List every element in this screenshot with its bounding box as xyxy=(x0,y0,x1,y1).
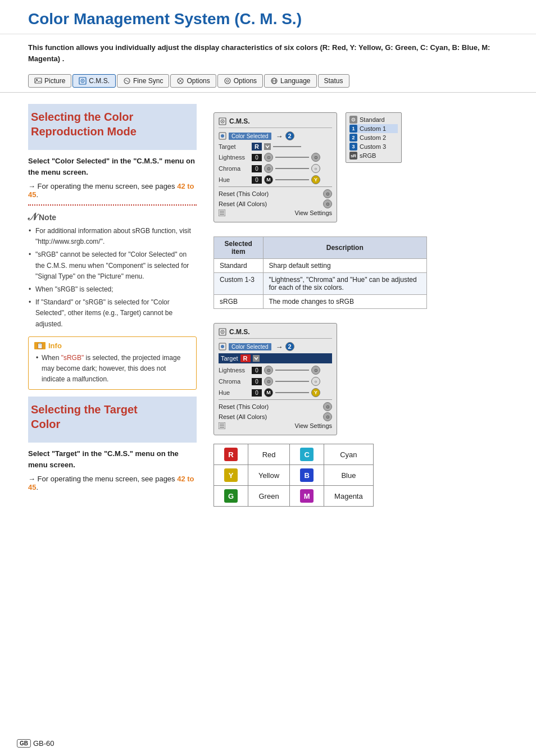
target-val-box: R xyxy=(252,143,262,151)
color-opt-srgb-label: sRGB xyxy=(360,152,376,159)
nav-label-finesync: Fine Sync xyxy=(133,77,163,85)
cms2-target-highlight-row: Target R xyxy=(219,353,332,363)
nav-label-picture: Picture xyxy=(44,77,65,85)
cms-reset-all-btn[interactable]: ⊙ xyxy=(323,199,332,208)
note-wave-icon: 𝒩 xyxy=(28,211,36,223)
cms-hue-val: 0 xyxy=(252,176,262,184)
cms-reset-this-btn[interactable]: ⊙ xyxy=(323,189,332,198)
nav-item-picture[interactable]: Picture xyxy=(28,74,71,88)
cms-chroma-circle[interactable]: ⊙ xyxy=(264,164,273,173)
desc-table: Selected item Description Standard Sharp… xyxy=(214,236,427,309)
nav-item-status[interactable]: Status xyxy=(318,74,349,88)
view-settings-icon xyxy=(219,210,225,216)
cms-chroma-val: 0 xyxy=(252,165,262,172)
cms-chroma-end-circle[interactable]: ○ xyxy=(311,164,320,173)
table-row: sRGB The mode changes to sRGB xyxy=(214,295,427,309)
cms2-circle-btn[interactable]: 2 xyxy=(285,342,294,351)
cms2-view-settings-label: View Settings xyxy=(295,422,332,429)
cms-chroma-label: Chroma xyxy=(219,165,249,172)
nav-item-options1[interactable]: Options xyxy=(170,74,216,88)
color-c-label-cell: Cyan xyxy=(324,444,374,465)
cms2-hue-circle1[interactable]: M xyxy=(264,388,273,397)
cms-lightness-row: Lightness 0 ⊙ ⊙ xyxy=(219,153,332,162)
info-title: 📋 Info xyxy=(34,341,190,350)
svg-rect-17 xyxy=(264,143,271,150)
color-g-badge-cell: G xyxy=(214,486,248,507)
nav-item-finesync[interactable]: Fine Sync xyxy=(117,74,169,88)
cms2-lightness-circle2[interactable]: ⊙ xyxy=(311,366,320,375)
color-opt-custom3[interactable]: 3 Custom 3 xyxy=(349,142,398,151)
cms2-lightness-circle1[interactable]: ⊙ xyxy=(264,366,273,375)
color-c-badge: C xyxy=(300,448,314,461)
info-content: When "sRGB" is selected, the projected i… xyxy=(34,353,190,385)
cms2-reset-this-btn[interactable]: ⊙ xyxy=(323,402,332,411)
color-b-label-cell: Blue xyxy=(324,465,374,486)
cms2-hue-circle2[interactable]: Y xyxy=(311,388,320,397)
nav-label-options2: Options xyxy=(234,77,257,85)
srgb-icon: sR xyxy=(349,152,357,160)
desc-table-header-desc: Description xyxy=(263,237,426,259)
color-icon-small-2 xyxy=(219,343,226,350)
info-icon: 📋 xyxy=(34,342,46,349)
svg-point-4 xyxy=(82,80,83,81)
color-m-label-cell: Magenta xyxy=(324,486,374,507)
cms-lightness-end-circle[interactable]: ⊙ xyxy=(311,153,320,162)
cms2-reset-this-row: Reset (This Color) ⊙ xyxy=(219,402,332,411)
color-opt-custom1-label: Custom 1 xyxy=(360,125,386,132)
right-panel: C.M.S. Color Selected → 2 Ta xyxy=(208,93,536,518)
cms2-color-selected-row: Color Selected → 2 xyxy=(219,342,332,351)
svg-point-16 xyxy=(221,134,224,138)
cms2-reset-this-label: Reset (This Color) xyxy=(219,403,269,410)
cms2-chroma-val: 0 xyxy=(252,378,262,385)
table-row: Y Yellow B Blue xyxy=(214,465,374,486)
nav-bar: Picture C.M.S. Fine Sync Options xyxy=(0,70,536,93)
cms2-reset-all-btn[interactable]: ⊙ xyxy=(323,412,332,421)
cms-title-2: C.M.S. xyxy=(229,328,250,336)
cms-hue-circle[interactable]: M xyxy=(264,175,273,184)
color-g-badge: G xyxy=(224,489,238,503)
cms-lightness-circle[interactable]: ⊙ xyxy=(264,153,273,162)
language-icon xyxy=(270,77,278,85)
note-item-4: If "Standard" or "sRGB" is selected for … xyxy=(31,297,197,330)
color-opt-standard[interactable]: ⊙ Standard xyxy=(349,115,398,124)
cms-hue-end-circle[interactable]: Y xyxy=(311,175,320,184)
color-opt-custom2[interactable]: 2 Custom 2 xyxy=(349,133,398,142)
cms2-chroma-circle2[interactable]: ○ xyxy=(311,377,320,386)
cms2-target-label: Target xyxy=(221,355,238,362)
custom2-icon: 2 xyxy=(349,134,357,142)
nav-item-options2[interactable]: Options xyxy=(217,74,263,88)
options1-icon xyxy=(176,77,184,85)
cms-circle-btn-1[interactable]: 2 xyxy=(285,131,294,140)
cms2-divider xyxy=(219,399,332,400)
view-settings-icon-2 xyxy=(219,422,225,429)
svg-point-24 xyxy=(222,331,223,333)
standard-icon: ⊙ xyxy=(349,116,357,124)
note-item-2: "sRGB" cannot be selected for "Color Sel… xyxy=(31,249,197,282)
desc-item-srgb: sRGB xyxy=(214,295,264,309)
cms2-chroma-label: Chroma xyxy=(219,378,249,385)
cms-icon-small xyxy=(219,117,226,125)
note-section: 𝒩 Note For additional information about … xyxy=(28,211,197,330)
cms2-lightness-val: 0 xyxy=(252,367,262,374)
cms-color-selected-row: Color Selected → 2 xyxy=(219,131,332,140)
svg-point-7 xyxy=(225,78,230,84)
cms-lightness-label: Lightness xyxy=(219,154,249,161)
cms-target-row-1: Target R xyxy=(219,143,332,151)
cms2-lightness-row: Lightness 0 ⊙ ⊙ xyxy=(219,366,332,375)
color-g-label-cell: Green xyxy=(248,486,290,507)
color-opt-custom1[interactable]: 1 Custom 1 xyxy=(349,124,398,133)
desc-desc-standard: Sharp default setting xyxy=(263,259,426,273)
color-opt-srgb[interactable]: sR sRGB xyxy=(349,151,398,160)
cms-hue-label: Hue xyxy=(219,176,249,183)
nav-item-cms[interactable]: C.M.S. xyxy=(72,74,116,88)
main-content: Selecting the Color Reproduction Mode Se… xyxy=(0,93,536,518)
section2-instruction: Select "Target" in the "C.M.S." menu on … xyxy=(28,448,197,470)
page-header: Color Management System (C. M. S.) xyxy=(0,0,536,34)
nav-item-language[interactable]: Language xyxy=(264,74,316,88)
nav-label-cms: C.M.S. xyxy=(89,77,110,85)
cms-divider-1 xyxy=(219,186,332,187)
cms2-chroma-circle1[interactable]: ⊙ xyxy=(264,377,273,386)
table-row: R Red C Cyan xyxy=(214,444,374,465)
color-r-badge-cell: R xyxy=(214,444,248,465)
color-b-badge-cell: B xyxy=(290,465,324,486)
